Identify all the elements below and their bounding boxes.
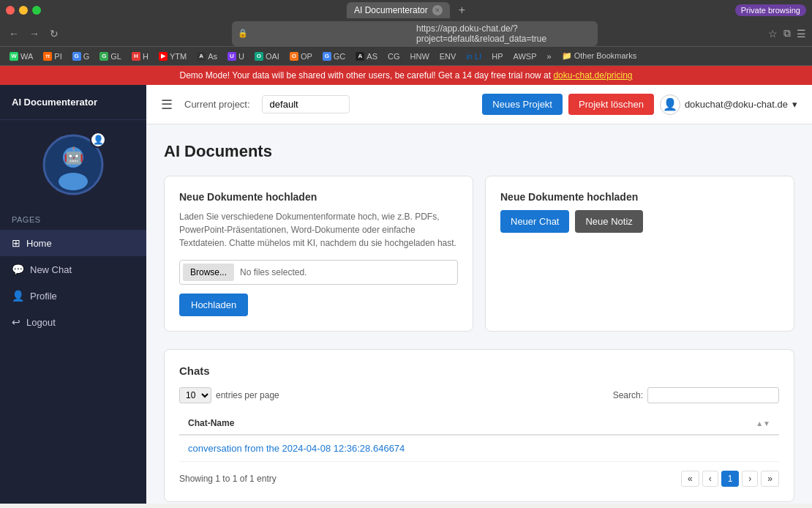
- tab-title: AI Documenterator: [354, 5, 428, 15]
- bookmark-oai[interactable]: OOAI: [251, 51, 283, 62]
- bookmark-li[interactable]: in LI: [462, 51, 485, 62]
- chats-section: Chats 10 25 50 entries per page Search:: [164, 349, 794, 502]
- search-label: Search:: [613, 390, 643, 400]
- cards-row: Neue Dokumente hochladen Laden Sie versc…: [164, 176, 794, 332]
- next-page-button[interactable]: ›: [742, 471, 758, 487]
- titlebar-right: Private browsing: [735, 4, 806, 16]
- last-page-button[interactable]: »: [761, 471, 779, 487]
- bookmark-env[interactable]: ENV: [436, 51, 460, 62]
- page-body: AI Documents Neue Dokumente hochladen La…: [146, 124, 812, 504]
- app-name: AI Documenterator: [12, 97, 97, 108]
- first-page-button[interactable]: «: [681, 471, 699, 487]
- private-browsing-badge: Private browsing: [735, 4, 806, 16]
- bookmark-as2[interactable]: AAS: [352, 51, 381, 62]
- bookmark-other[interactable]: 📁 Other Bookmarks: [558, 50, 641, 62]
- new-project-button[interactable]: Neues Projekt: [482, 94, 563, 115]
- chat-icon: 💬: [12, 264, 24, 275]
- refresh-button[interactable]: ↻: [47, 26, 61, 41]
- bookmark-g[interactable]: GG: [69, 51, 94, 62]
- user-email: dokuchat@doku-chat.de: [685, 99, 788, 110]
- neue-notiz-button[interactable]: Neue Notiz: [575, 210, 642, 233]
- bookmark-yt[interactable]: ▶YTM: [155, 51, 190, 62]
- address-bar[interactable]: 🔒 https://app.doku-chat.de/?project=defa…: [232, 21, 598, 46]
- maximize-button[interactable]: [32, 6, 41, 15]
- url-display: https://app.doku-chat.de/?project=defaul…: [416, 23, 592, 44]
- neuer-chat-button[interactable]: Neuer Chat: [500, 210, 569, 233]
- file-input-row: Browse... No files selected.: [179, 260, 458, 285]
- bookmark-gc[interactable]: GGC: [319, 51, 350, 62]
- sort-icon: ▲▼: [756, 419, 770, 427]
- sidebar-item-home[interactable]: ⊞ Home: [0, 230, 146, 256]
- bookmark-wa[interactable]: WWA: [6, 51, 37, 62]
- sidebar-item-logout[interactable]: ↩ Logout: [0, 309, 146, 335]
- sidebar-new-chat-label: New Chat: [30, 264, 72, 275]
- sidebar-logo: AI Documenterator: [0, 85, 146, 120]
- upload-button[interactable]: Hochladen: [179, 294, 248, 316]
- chats-title: Chats: [179, 365, 779, 377]
- bookmark-cg[interactable]: CG: [384, 51, 404, 62]
- sidebar-avatar-area: 🤖 👤: [0, 120, 146, 209]
- private-browsing-label: Private browsing: [741, 6, 800, 15]
- sidebar-profile-label: Profile: [30, 291, 57, 302]
- file-label: No files selected.: [240, 267, 307, 277]
- bookmark-hnw[interactable]: HNW: [407, 51, 433, 62]
- main-header: ☰ Current project: Neues Projekt Projekt…: [146, 85, 812, 124]
- demo-banner-text: Demo Mode! Your data will be shared with…: [179, 70, 551, 81]
- minimize-button[interactable]: [19, 6, 28, 15]
- sidebar-section-label: Pages: [0, 209, 146, 227]
- profile-icon: 👤: [12, 290, 24, 302]
- chat-row: conversation from the 2024-04-08 12:36:2…: [179, 436, 779, 462]
- bookmarks-icon[interactable]: ☆: [768, 28, 778, 40]
- user-info[interactable]: 👤 dokuchat@doku-chat.de ▾: [660, 94, 797, 115]
- titlebar: AI Documenterator ✕ + Private browsing: [0, 0, 812, 20]
- svg-point-2: [59, 173, 88, 190]
- toolbar-icons: ☆ ⧉ ☰: [768, 27, 806, 40]
- menu-icon[interactable]: ☰: [797, 28, 806, 40]
- upload-card-left-desc: Laden Sie verschiedene Dokumentenformate…: [179, 210, 458, 250]
- upload-card-right-title: Neue Dokumente hochladen: [500, 191, 779, 203]
- chat-link[interactable]: conversation from the 2024-04-08 12:36:2…: [188, 443, 405, 454]
- bookmark-hp[interactable]: HP: [488, 51, 506, 62]
- browse-button[interactable]: Browse...: [183, 264, 234, 281]
- entries-per-page-select[interactable]: 10 25 50: [179, 387, 211, 403]
- project-input[interactable]: [262, 95, 350, 113]
- titlebar-center: AI Documenterator ✕ +: [347, 2, 465, 18]
- bookmarks-bar: WWA πPI GG GGL HH ▶YTM AAs UU OOAI OOP G…: [0, 47, 812, 66]
- close-button[interactable]: [6, 6, 15, 15]
- bookmark-u[interactable]: UU: [224, 51, 248, 62]
- sidebar: AI Documenterator 🤖 👤 Pages ⊞ Home: [0, 85, 146, 504]
- main-content: ☰ Current project: Neues Projekt Projekt…: [146, 85, 812, 504]
- bookmark-more[interactable]: »: [543, 51, 555, 62]
- chat-name-header: Chat-Name: [188, 418, 234, 428]
- entries-select: 10 25 50 entries per page: [179, 387, 279, 403]
- sidebar-item-new-chat[interactable]: 💬 New Chat: [0, 256, 146, 283]
- user-icon: 👤: [660, 94, 680, 115]
- demo-banner-link[interactable]: doku-chat.de/pricing: [553, 70, 632, 81]
- entries-label: entries per page: [216, 390, 279, 400]
- upload-card-left-title: Neue Dokumente hochladen: [179, 191, 458, 203]
- browser-tab[interactable]: AI Documenterator ✕: [347, 2, 450, 18]
- prev-page-button[interactable]: ‹: [702, 471, 718, 487]
- delete-project-button[interactable]: Projekt löschen: [568, 94, 654, 115]
- extensions-icon[interactable]: ⧉: [783, 27, 791, 40]
- forward-button[interactable]: →: [26, 26, 42, 41]
- sidebar-nav: ⊞ Home 💬 New Chat 👤 Profile ↩ Logout: [0, 227, 146, 338]
- bookmark-gl[interactable]: GGL: [96, 51, 125, 62]
- sidebar-item-profile[interactable]: 👤 Profile: [0, 283, 146, 309]
- tab-close-button[interactable]: ✕: [432, 5, 443, 15]
- browser-toolbar: ← → ↻ 🔒 https://app.doku-chat.de/?projec…: [0, 20, 812, 47]
- page-1-button[interactable]: 1: [721, 471, 740, 487]
- bookmark-awsp[interactable]: AWSP: [509, 51, 540, 62]
- bookmark-op[interactable]: OOP: [286, 51, 316, 62]
- logout-icon: ↩: [12, 316, 20, 328]
- bookmark-as[interactable]: AAs: [193, 51, 221, 62]
- search-input[interactable]: [647, 387, 779, 403]
- new-tab-button[interactable]: +: [459, 4, 465, 17]
- header-actions: Neues Projekt Projekt löschen 👤 dokuchat…: [482, 94, 797, 115]
- bookmark-pi[interactable]: πPI: [40, 51, 65, 62]
- back-button[interactable]: ←: [6, 26, 22, 41]
- bookmark-h[interactable]: HH: [128, 51, 152, 62]
- card-actions: Neuer Chat Neue Notiz: [500, 210, 779, 233]
- pagination: « ‹ 1 › »: [681, 471, 779, 487]
- hamburger-icon[interactable]: ☰: [161, 97, 173, 113]
